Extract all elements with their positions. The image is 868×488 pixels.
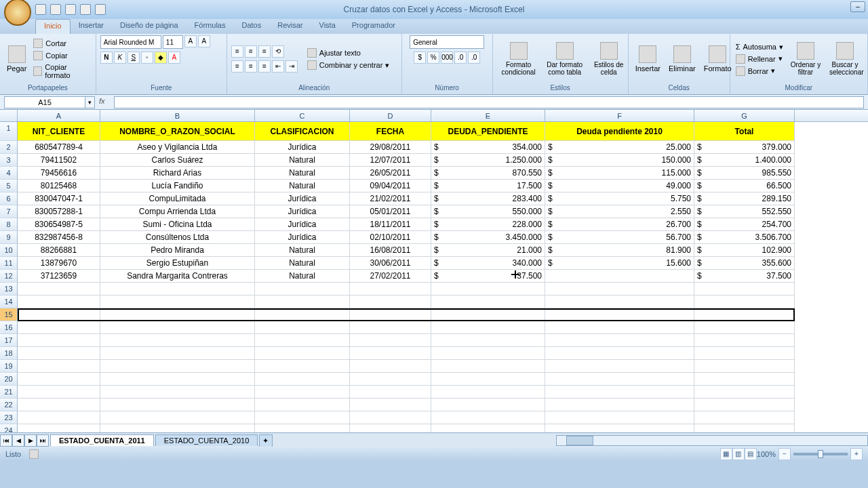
tab-revisar[interactable]: Revisar (269, 19, 311, 34)
undo-icon[interactable] (50, 4, 61, 15)
empty-cell[interactable] (350, 296, 431, 308)
data-cell[interactable]: $354.000 (431, 141, 545, 154)
name-box[interactable]: A15 (4, 96, 85, 108)
empty-cell[interactable] (431, 283, 545, 296)
data-cell[interactable]: 27/02/2011 (350, 270, 431, 283)
data-cell[interactable]: Sumi - Oficina Ltda (100, 218, 255, 231)
row-header-14[interactable]: 14 (0, 296, 18, 308)
empty-cell[interactable] (350, 283, 431, 296)
data-cell[interactable]: $379.000 (694, 141, 795, 154)
empty-cell[interactable] (18, 334, 100, 347)
data-cell[interactable]: Aseo y Vigilancia Ltda (100, 141, 255, 154)
border-button[interactable]: ▫ (141, 52, 153, 64)
data-cell[interactable]: Jurídica (255, 192, 350, 205)
header-cell[interactable]: NOMBRE_O_RAZON_SOCIAL (100, 122, 255, 141)
empty-cell[interactable] (100, 308, 255, 321)
empty-cell[interactable] (431, 296, 545, 308)
data-cell[interactable] (545, 270, 694, 283)
increase-decimal-button[interactable]: .0 (454, 52, 467, 64)
print-preview-icon[interactable] (80, 4, 91, 15)
data-cell[interactable]: $228.000 (431, 218, 545, 231)
row-header-17[interactable]: 17 (0, 334, 18, 347)
empty-cell[interactable] (694, 399, 795, 411)
row-header-13[interactable]: 13 (0, 283, 18, 296)
data-cell[interactable]: $985.550 (694, 167, 795, 180)
align-left-button[interactable]: ≡ (231, 60, 243, 73)
column-header-A[interactable]: A (18, 110, 100, 121)
data-cell[interactable]: 16/08/2011 (350, 244, 431, 257)
empty-cell[interactable] (18, 347, 100, 360)
data-cell[interactable]: $3.506.700 (694, 231, 795, 244)
empty-cell[interactable] (431, 347, 545, 360)
row-header-16[interactable]: 16 (0, 321, 18, 334)
zoom-out-button[interactable]: − (778, 448, 791, 460)
data-cell[interactable]: $355.600 (694, 257, 795, 270)
empty-cell[interactable] (694, 424, 795, 432)
empty-cell[interactable] (18, 411, 100, 424)
data-cell[interactable]: 29/08/2011 (350, 141, 431, 154)
row-header-20[interactable]: 20 (0, 373, 18, 386)
sheet-nav-first[interactable]: ⏮ (0, 434, 12, 447)
empty-cell[interactable] (694, 283, 795, 296)
zoom-slider[interactable] (793, 453, 848, 455)
empty-cell[interactable] (431, 411, 545, 424)
empty-cell[interactable] (18, 283, 100, 296)
save-icon[interactable] (35, 4, 46, 15)
empty-cell[interactable] (100, 283, 255, 296)
data-cell[interactable]: $56.700 (545, 231, 694, 244)
tab-programador[interactable]: Programador (344, 19, 403, 34)
data-cell[interactable]: Richard Arias (100, 167, 255, 180)
row-header-6[interactable]: 6 (0, 192, 18, 205)
data-cell[interactable]: 79456616 (18, 167, 100, 180)
empty-cell[interactable] (255, 373, 350, 386)
data-cell[interactable]: $5.750 (545, 192, 694, 205)
empty-cell[interactable] (350, 360, 431, 373)
data-cell[interactable]: 80125468 (18, 180, 100, 192)
empty-cell[interactable] (350, 321, 431, 334)
data-cell[interactable]: 680547789-4 (18, 141, 100, 154)
row-header-15[interactable]: 15 (0, 308, 18, 321)
formula-input[interactable] (114, 96, 864, 108)
view-pagebreak-button[interactable]: ▤ (745, 448, 757, 460)
empty-cell[interactable] (18, 386, 100, 399)
empty-cell[interactable] (18, 321, 100, 334)
empty-cell[interactable] (545, 321, 694, 334)
empty-cell[interactable] (431, 386, 545, 399)
data-cell[interactable]: Lucía Fandiño (100, 180, 255, 192)
data-cell[interactable]: 37123659 (18, 270, 100, 283)
empty-cell[interactable] (694, 296, 795, 308)
data-cell[interactable]: 26/05/2011 (350, 167, 431, 180)
sheet-tab-estado_cuenta_2011[interactable]: ESTADO_CUENTA_2011 (50, 434, 154, 446)
empty-cell[interactable] (255, 386, 350, 399)
empty-cell[interactable] (255, 283, 350, 296)
empty-cell[interactable] (431, 399, 545, 411)
column-header-F[interactable]: F (545, 110, 694, 121)
empty-cell[interactable] (100, 296, 255, 308)
empty-cell[interactable] (431, 334, 545, 347)
row-header-1[interactable]: 1 (0, 122, 18, 141)
data-cell[interactable]: $49.000 (545, 180, 694, 192)
header-cell[interactable]: Deuda pendiente 2010 (545, 122, 694, 141)
empty-cell[interactable] (350, 347, 431, 360)
tab-diseño-de-página[interactable]: Diseño de página (112, 19, 186, 34)
number-format-combo[interactable] (410, 35, 484, 49)
row-header-24[interactable]: 24 (0, 424, 18, 432)
tab-fórmulas[interactable]: Fórmulas (186, 19, 234, 34)
empty-cell[interactable] (100, 411, 255, 424)
data-cell[interactable]: 79411502 (18, 154, 100, 167)
data-cell[interactable]: 09/04/2011 (350, 180, 431, 192)
align-middle-button[interactable]: ≡ (245, 45, 257, 58)
empty-cell[interactable] (694, 386, 795, 399)
data-cell[interactable]: Sergio Estupiñan (100, 257, 255, 270)
data-cell[interactable]: Sandra Margarita Contreras (100, 270, 255, 283)
align-right-button[interactable]: ≡ (258, 60, 271, 73)
font-size-combo[interactable] (163, 35, 183, 49)
cut-button[interactable]: Cortar (32, 38, 91, 49)
empty-cell[interactable] (694, 411, 795, 424)
conditional-format-button[interactable]: Formato condicional (497, 41, 540, 77)
data-cell[interactable]: $1.250.000 (431, 154, 545, 167)
format-table-button[interactable]: Dar formato como tabla (543, 41, 587, 77)
data-cell[interactable]: Pedro Miranda (100, 244, 255, 257)
empty-cell[interactable] (255, 296, 350, 308)
decrease-indent-button[interactable]: ⇤ (272, 60, 284, 73)
